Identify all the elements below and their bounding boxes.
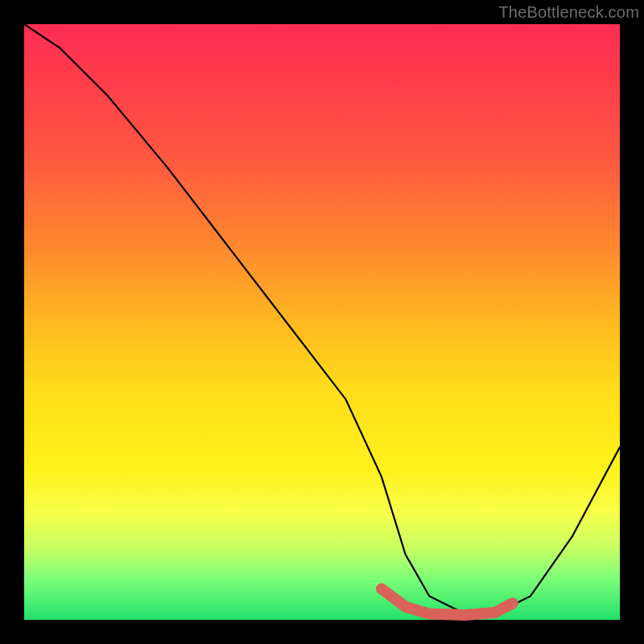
- chart-container: TheBottleneck.com: [0, 0, 644, 644]
- watermark-text: TheBottleneck.com: [498, 3, 639, 22]
- chart-svg: [0, 0, 644, 644]
- flat-bottom-highlight: [382, 589, 513, 616]
- bottleneck-curve: [24, 24, 620, 614]
